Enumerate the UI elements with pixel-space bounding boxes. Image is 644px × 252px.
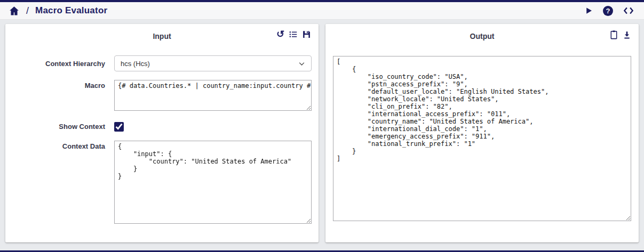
macro-input[interactable]: {# data.Countries.* | country_name:input… xyxy=(114,80,312,111)
save-icon[interactable] xyxy=(302,30,311,39)
context-data-input[interactable]: { "input": { "country": "United States o… xyxy=(114,141,312,224)
input-panel: Input ↺ xyxy=(5,24,319,242)
restore-icon[interactable]: ↺ xyxy=(276,30,284,39)
input-panel-actions: ↺ xyxy=(276,30,311,39)
context-hierarchy-row: Context Hierarchy hcs (Hcs) xyxy=(5,55,319,71)
content-area: Input ↺ xyxy=(0,20,644,242)
output-panel-actions xyxy=(609,30,631,39)
copy-icon[interactable] xyxy=(609,30,618,39)
list-icon[interactable] xyxy=(289,30,298,39)
home-icon[interactable] xyxy=(9,5,20,17)
app-header: / Macro Evaluator ? xyxy=(0,2,644,20)
download-icon[interactable] xyxy=(623,30,631,39)
show-context-row: Show Context xyxy=(5,121,319,134)
breadcrumb-separator: / xyxy=(26,5,29,17)
show-context-checkbox[interactable] xyxy=(114,122,124,132)
output-textarea[interactable]: [ { "iso_country_code": "USA", "pstn_acc… xyxy=(333,56,631,221)
macro-row: Macro {# data.Countries.* | country_name… xyxy=(5,80,319,111)
output-body: [ { "iso_country_code": "USA", "pstn_acc… xyxy=(325,47,639,221)
header-actions: ? xyxy=(584,6,634,16)
context-hierarchy-label: Context Hierarchy xyxy=(5,55,105,68)
macro-label: Macro xyxy=(5,80,105,90)
input-panel-header: Input ↺ xyxy=(5,24,319,47)
help-icon[interactable]: ? xyxy=(603,6,613,16)
context-data-label: Context Data xyxy=(5,141,105,150)
output-panel-header: Output xyxy=(325,24,639,47)
context-data-row: Context Data { "input": { "country": "Un… xyxy=(5,141,319,224)
run-icon[interactable] xyxy=(584,6,593,15)
show-context-label: Show Context xyxy=(5,121,105,131)
chevron-down-icon xyxy=(298,60,306,68)
page-title: Macro Evaluator xyxy=(35,5,107,16)
context-hierarchy-select[interactable]: hcs (Hcs) xyxy=(114,55,312,71)
output-panel: Output [ { "iso_country_co xyxy=(325,24,639,242)
input-form: Context Hierarchy hcs (Hcs) Macro {# dat… xyxy=(5,47,319,224)
context-hierarchy-value: hcs (Hcs) xyxy=(121,60,150,68)
code-icon[interactable] xyxy=(623,6,634,15)
input-panel-title: Input xyxy=(5,32,319,40)
output-panel-title: Output xyxy=(325,32,639,40)
breadcrumb: / Macro Evaluator xyxy=(9,5,107,17)
